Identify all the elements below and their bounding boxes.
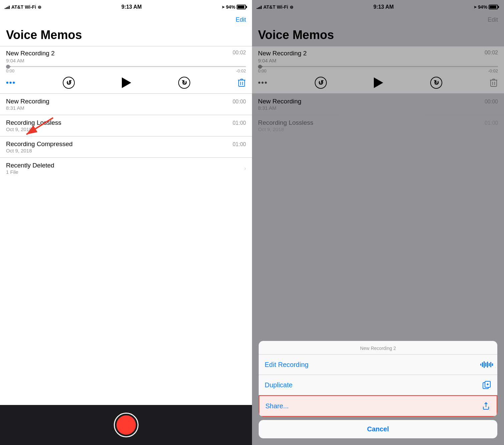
bar1-right (257, 8, 258, 9)
battery-body-right (489, 5, 498, 9)
svg-rect-9 (491, 80, 497, 86)
progress-track[interactable] (6, 66, 246, 67)
bar3-right (259, 7, 260, 9)
more-options-button-right[interactable]: ••• (258, 78, 268, 87)
progress-track-right[interactable] (258, 66, 498, 67)
battery-pct-right: 94% (478, 4, 487, 10)
expanded-recording-header-right: New Recording 2 9:04 AM 00:02 (258, 50, 498, 63)
recording-name-2: Recording Compressed (6, 140, 73, 148)
playback-controls-right: ••• 15 15 (258, 73, 498, 93)
more-options-button[interactable]: ••• (6, 78, 16, 87)
battery-left (237, 5, 246, 9)
recording-row-r1: Recording Lossless 01:00 (258, 119, 498, 126)
progress-dot-right (258, 65, 262, 69)
recently-deleted-left[interactable]: Recently Deleted 1 File › (0, 157, 252, 179)
forward-button-right[interactable]: 15 (430, 77, 442, 89)
page-title-right: Voice Memos (252, 28, 504, 46)
left-phone: AT&T Wi-Fi ⊜ 9:13 AM ➤ 94% Edit Voice Me… (0, 0, 252, 445)
bar2 (6, 7, 7, 9)
expanded-recording-time-right: 9:04 AM (258, 58, 307, 63)
left-panel: AT&T Wi-Fi ⊜ 9:13 AM ➤ 94% Edit Voice Me… (0, 0, 252, 445)
recording-time-1: Oct 9, 2018 (6, 126, 246, 132)
expanded-recording-duration: 00:02 (233, 50, 246, 56)
rewind-button-right[interactable]: 15 (315, 77, 327, 89)
time-labels: 0:00 -0:02 (6, 68, 246, 73)
forward-label-right: 15 (435, 82, 438, 85)
recording-list-left: New Recording 2 9:04 AM 00:02 0:00 -0:02 (0, 46, 252, 405)
rewind-button[interactable]: 15 (63, 77, 75, 89)
recently-deleted-count: 1 File (6, 169, 54, 175)
recording-list-right: New Recording 2 9:04 AM 00:02 0:00 -0:02 (252, 46, 504, 445)
battery-fill-left (238, 6, 244, 8)
rewind-icon: 15 (63, 77, 75, 89)
forward-button[interactable]: 15 (178, 77, 190, 89)
expanded-recording-right[interactable]: New Recording 2 9:04 AM 00:02 0:00 -0:02 (252, 46, 504, 93)
status-bar-left: AT&T Wi-Fi ⊜ 9:13 AM ➤ 94% (0, 0, 252, 13)
recently-deleted-info: Recently Deleted 1 File (6, 162, 54, 175)
recording-name-1: Recording Lossless (6, 119, 61, 126)
signal-bars-right (257, 5, 262, 9)
progress-dot (6, 65, 10, 69)
progress-area-right[interactable]: 0:00 -0:02 (258, 63, 498, 73)
recording-item-1[interactable]: Recording Lossless 01:00 Oct 9, 2018 (0, 115, 252, 136)
recording-duration-r0: 00:00 (485, 99, 498, 105)
bar4 (9, 6, 10, 9)
delete-button[interactable] (237, 78, 246, 87)
location-icon-right: ➤ (474, 5, 477, 9)
right-phone: AT&T Wi-Fi ⊜ 9:13 AM ➤ 94% Edit Voice Me… (252, 0, 504, 445)
location-icon-left: ➤ (222, 5, 225, 9)
time-start: 0:00 (6, 68, 14, 73)
progress-area[interactable]: 0:00 -0:02 (6, 63, 246, 73)
status-left-right: AT&T Wi-Fi ⊜ (257, 4, 293, 10)
playback-controls-left: ••• 15 15 (6, 73, 246, 93)
recording-time-r1: Oct 9, 2018 (258, 126, 498, 132)
rewind-label-right: 15 (319, 82, 322, 85)
play-icon-right (374, 77, 383, 88)
recording-row-1: Recording Lossless 01:00 (6, 119, 246, 126)
recording-name-r1: Recording Lossless (258, 119, 313, 126)
expanded-recording-info-right: New Recording 2 9:04 AM (258, 50, 307, 63)
recently-deleted-name: Recently Deleted (6, 162, 54, 169)
recording-name-r0: New Recording (258, 98, 301, 105)
trash-icon (237, 78, 246, 87)
bottom-bar-left (0, 405, 252, 445)
rewind-icon-right: 15 (315, 77, 327, 89)
delete-button-right[interactable] (489, 78, 498, 87)
recording-time-r0: 8:31 AM (258, 105, 498, 111)
expanded-recording-left[interactable]: New Recording 2 9:04 AM 00:02 0:00 -0:02 (0, 46, 252, 93)
status-right-right: ➤ 94% (474, 4, 498, 10)
bar1 (5, 8, 6, 9)
battery-pct-left: 94% (226, 4, 235, 10)
recording-item-2[interactable]: Recording Compressed 01:00 Oct 9, 2018 (0, 136, 252, 157)
time-left: 9:13 AM (121, 4, 142, 10)
battery-fill-right (490, 6, 496, 8)
recording-item-0[interactable]: New Recording 00:00 8:31 AM (0, 93, 252, 115)
wifi-icon-left: ⊜ (38, 5, 41, 10)
time-right: 9:13 AM (373, 4, 394, 10)
bar4-right (261, 6, 262, 9)
recording-item-r1[interactable]: Recording Lossless 01:00 Oct 9, 2018 (252, 115, 504, 136)
expanded-recording-duration-right: 00:02 (485, 50, 498, 56)
play-button[interactable] (122, 77, 131, 88)
forward-icon: 15 (178, 77, 190, 89)
svg-rect-0 (239, 80, 245, 86)
carrier-left: AT&T Wi-Fi (11, 4, 36, 10)
recording-item-r0[interactable]: New Recording 00:00 8:31 AM (252, 93, 504, 115)
recording-name-0: New Recording (6, 98, 49, 105)
expanded-recording-name-right: New Recording 2 (258, 50, 307, 57)
nav-bar-left: Edit (0, 13, 252, 28)
trash-icon-right (489, 78, 498, 87)
record-button-inner (116, 415, 136, 435)
nav-bar-right: Edit (252, 13, 504, 28)
record-button-outer[interactable] (114, 413, 139, 437)
rewind-label: 15 (67, 82, 70, 85)
expanded-recording-info: New Recording 2 9:04 AM (6, 50, 55, 63)
time-end-right: -0:02 (488, 68, 498, 73)
edit-button-left[interactable]: Edit (236, 16, 246, 23)
recording-duration-2: 01:00 (233, 141, 246, 147)
play-button-right[interactable] (374, 77, 383, 88)
right-panel: AT&T Wi-Fi ⊜ 9:13 AM ➤ 94% Edit Voice Me… (252, 0, 504, 445)
recording-row-0: New Recording 00:00 (6, 98, 246, 105)
edit-button-right[interactable]: Edit (488, 16, 498, 23)
bar2-right (258, 7, 259, 9)
